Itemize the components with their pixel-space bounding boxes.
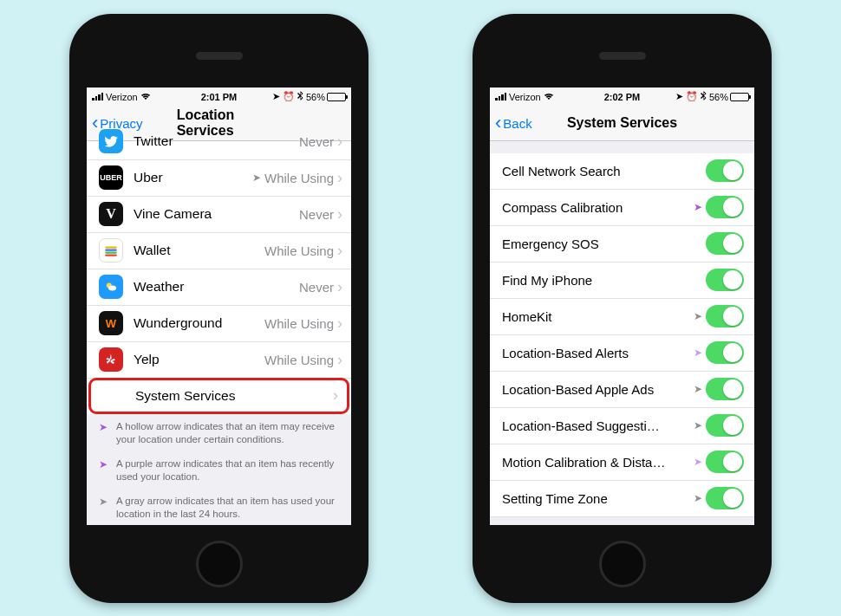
- app-label: Yelp: [134, 352, 264, 367]
- alarm-icon: ⏰: [686, 91, 698, 102]
- service-row-emergency-sos[interactable]: Emergency SOS: [490, 226, 754, 263]
- chevron-left-icon: ‹: [495, 113, 501, 133]
- app-row-twitter[interactable]: Twitter Never ›: [87, 124, 351, 160]
- app-value: While Using: [264, 171, 334, 185]
- app-row-yelp[interactable]: Yelp While Using ›: [87, 342, 351, 379]
- service-row-compass[interactable]: Compass Calibration ➤: [490, 190, 754, 226]
- gray-arrow-icon: ➤: [99, 495, 109, 522]
- toggle-switch[interactable]: [706, 305, 744, 327]
- app-label: Wallet: [134, 243, 264, 258]
- toggle-switch[interactable]: [706, 232, 744, 255]
- service-label: HomeKit: [502, 309, 694, 324]
- signal-bars-icon: [92, 93, 103, 101]
- chevron-right-icon: ›: [337, 205, 342, 224]
- battery-icon: [327, 93, 346, 101]
- home-button[interactable]: [196, 541, 243, 587]
- app-label: Uber: [134, 170, 252, 185]
- toggle-switch[interactable]: [706, 451, 744, 473]
- location-arrow-icon: ➤: [694, 347, 702, 359]
- app-row-uber[interactable]: UBER Uber ➤ While Using ›: [87, 160, 351, 197]
- toggle-switch[interactable]: [706, 487, 744, 509]
- screen-location-services: Verizon 2:01 PM ➤ ⏰ 56%: [87, 88, 351, 525]
- location-arrow-icon: ➤: [675, 91, 683, 102]
- svg-rect-3: [105, 255, 117, 256]
- toggle-switch[interactable]: [706, 196, 744, 218]
- weather-icon: [99, 275, 123, 299]
- service-label: Motion Calibration & Dista…: [502, 455, 694, 470]
- service-row-motion-calibration[interactable]: Motion Calibration & Dista… ➤: [490, 444, 754, 481]
- toggle-switch[interactable]: [706, 341, 744, 364]
- chevron-right-icon: ›: [337, 351, 342, 369]
- footer-text: A hollow arrow indicates that an item ma…: [116, 420, 339, 447]
- bluetooth-icon: [701, 91, 707, 102]
- location-arrow-icon: ➤: [694, 419, 702, 431]
- wunderground-icon: W: [99, 311, 123, 335]
- app-row-wallet[interactable]: Wallet While Using ›: [87, 233, 351, 269]
- app-list[interactable]: Twitter Never › UBER Uber ➤ While Using …: [87, 124, 351, 414]
- app-row-wunderground[interactable]: W Wunderground While Using ›: [87, 306, 351, 342]
- system-services-row[interactable]: System Services ›: [88, 378, 349, 414]
- toggle-switch[interactable]: [706, 159, 744, 182]
- clock-label: 2:01 PM: [201, 92, 238, 102]
- toggle-switch[interactable]: [706, 378, 744, 400]
- system-services-list[interactable]: Cell Network Search Compass Calibration …: [490, 153, 754, 517]
- home-button[interactable]: [599, 541, 646, 587]
- service-row-location-suggestions[interactable]: Location-Based Suggesti… ➤: [490, 408, 754, 444]
- signal-bars-icon: [495, 93, 506, 101]
- vine-icon: V: [99, 202, 123, 226]
- phone-left: Verizon 2:01 PM ➤ ⏰ 56%: [69, 14, 368, 603]
- service-row-homekit[interactable]: HomeKit ➤: [490, 299, 754, 335]
- footer-text: A purple arrow indicates that an item ha…: [116, 457, 339, 484]
- status-bar: Verizon 2:02 PM ➤ ⏰ 56%: [490, 88, 754, 107]
- status-bar: Verizon 2:01 PM ➤ ⏰ 56%: [87, 88, 351, 107]
- clock-label: 2:02 PM: [604, 92, 641, 102]
- service-label: Location-Based Alerts: [502, 346, 694, 360]
- carrier-label: Verizon: [106, 92, 138, 102]
- alarm-icon: ⏰: [283, 91, 295, 102]
- back-label: Back: [503, 116, 531, 131]
- app-value: Never: [299, 134, 334, 149]
- service-row-cell-network[interactable]: Cell Network Search: [490, 153, 754, 190]
- location-arrow-icon: ➤: [694, 492, 702, 504]
- service-label: Find My iPhone: [502, 273, 706, 288]
- app-value: Never: [299, 207, 334, 222]
- phone-speaker: [196, 52, 243, 60]
- footer-purple-note: ➤ A purple arrow indicates that an item …: [87, 451, 351, 488]
- service-label: Location-Based Apple Ads: [502, 382, 694, 397]
- location-arrow-icon: ➤: [272, 91, 280, 102]
- footer-hollow-note: ➤ A hollow arrow indicates that an item …: [87, 413, 351, 451]
- nav-title: System Services: [567, 115, 677, 131]
- toggle-switch[interactable]: [706, 414, 744, 437]
- service-row-find-my-iphone[interactable]: Find My iPhone: [490, 263, 754, 299]
- carrier-label: Verizon: [509, 92, 541, 102]
- back-button[interactable]: ‹ Back: [495, 113, 532, 133]
- hollow-arrow-icon: ➤: [99, 420, 109, 447]
- location-arrow-icon: ➤: [694, 456, 702, 468]
- chevron-right-icon: ›: [337, 278, 342, 296]
- screen-system-services: Verizon 2:02 PM ➤ ⏰ 56%: [490, 88, 754, 525]
- chevron-right-icon: ›: [333, 386, 338, 405]
- location-arrow-icon: ➤: [694, 201, 702, 213]
- service-row-time-zone[interactable]: Setting Time Zone ➤: [490, 481, 754, 517]
- app-row-vine[interactable]: V Vine Camera Never ›: [87, 197, 351, 233]
- toggle-switch[interactable]: [706, 269, 744, 291]
- chevron-right-icon: ›: [337, 242, 342, 260]
- twitter-icon: [99, 129, 123, 153]
- bluetooth-icon: [297, 91, 303, 102]
- nav-bar: ‹ Back System Services: [490, 107, 754, 141]
- battery-icon: [730, 93, 749, 101]
- footer-gray-note: ➤ A gray arrow indicates that an item ha…: [87, 488, 351, 525]
- service-row-location-alerts[interactable]: Location-Based Alerts ➤: [490, 335, 754, 372]
- wifi-icon: [544, 92, 554, 102]
- uber-icon: UBER: [99, 165, 123, 190]
- service-label: Location-Based Suggesti…: [502, 418, 694, 433]
- chevron-right-icon: ›: [337, 133, 342, 151]
- service-label: Cell Network Search: [502, 164, 706, 178]
- app-row-weather[interactable]: Weather Never ›: [87, 269, 351, 306]
- location-arrow-icon: ➤: [694, 310, 702, 322]
- app-value: Never: [299, 280, 334, 295]
- wifi-icon: [140, 92, 151, 102]
- service-label: Setting Time Zone: [502, 491, 694, 506]
- svg-rect-1: [105, 250, 117, 251]
- service-row-apple-ads[interactable]: Location-Based Apple Ads ➤: [490, 372, 754, 408]
